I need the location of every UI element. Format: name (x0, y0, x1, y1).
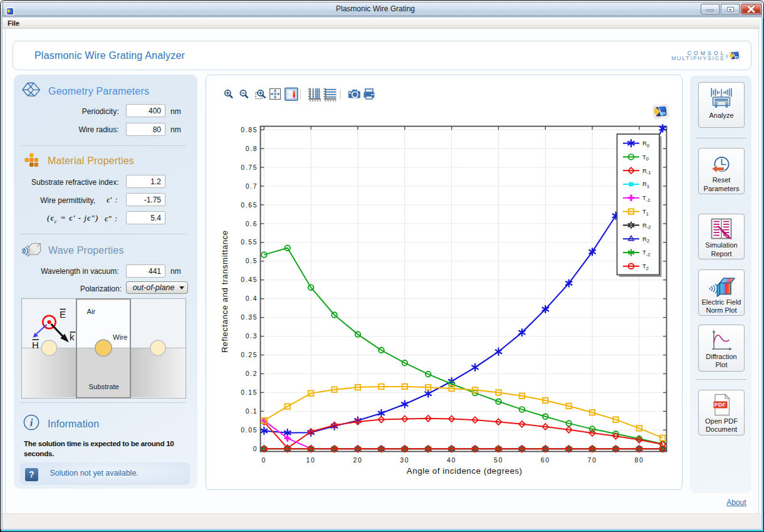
svg-text:E: E (60, 309, 66, 320)
svg-text:0.15: 0.15 (241, 389, 258, 396)
svg-text:50: 50 (494, 457, 503, 464)
svg-text:0.85: 0.85 (241, 127, 258, 133)
svg-text:0.8: 0.8 (246, 145, 258, 152)
svg-text:60: 60 (541, 457, 550, 464)
svg-text:40: 40 (447, 457, 456, 464)
svg-text:70: 70 (588, 457, 597, 464)
svg-text:0.65: 0.65 (241, 202, 258, 209)
svg-text:Wire: Wire (113, 333, 127, 341)
svg-text:0.7: 0.7 (246, 183, 258, 190)
svg-text:k: k (70, 331, 75, 342)
svg-text:0.05: 0.05 (241, 427, 258, 434)
svg-text:0.2: 0.2 (246, 370, 258, 377)
svg-text:i: i (30, 417, 33, 429)
svg-text:80: 80 (634, 457, 644, 464)
svg-text:0.4: 0.4 (246, 295, 258, 302)
svg-text:Air: Air (87, 308, 96, 315)
svg-text:0: 0 (262, 457, 266, 464)
svg-text:0.45: 0.45 (241, 276, 258, 283)
svg-text:Reflectance and transmittance: Reflectance and transmittance (220, 230, 229, 353)
svg-text:0.55: 0.55 (241, 239, 258, 246)
svg-text:0.5: 0.5 (246, 258, 258, 264)
svg-text:0.1: 0.1 (246, 408, 258, 415)
svg-text:0.25: 0.25 (241, 352, 258, 358)
svg-text:H: H (32, 340, 39, 350)
svg-text:10: 10 (306, 457, 316, 464)
svg-text:0.35: 0.35 (241, 314, 258, 321)
svg-text:0: 0 (253, 446, 258, 452)
svg-text:0.75: 0.75 (241, 164, 258, 171)
svg-text:0.3: 0.3 (246, 333, 258, 340)
svg-text:Angle of incidence (degrees): Angle of incidence (degrees) (407, 466, 523, 476)
svg-text:Substrate: Substrate (89, 383, 119, 390)
svg-text:30: 30 (400, 457, 409, 464)
svg-text:PDF: PDF (714, 402, 726, 408)
svg-text:0.6: 0.6 (246, 221, 258, 227)
svg-text:20: 20 (353, 457, 362, 464)
